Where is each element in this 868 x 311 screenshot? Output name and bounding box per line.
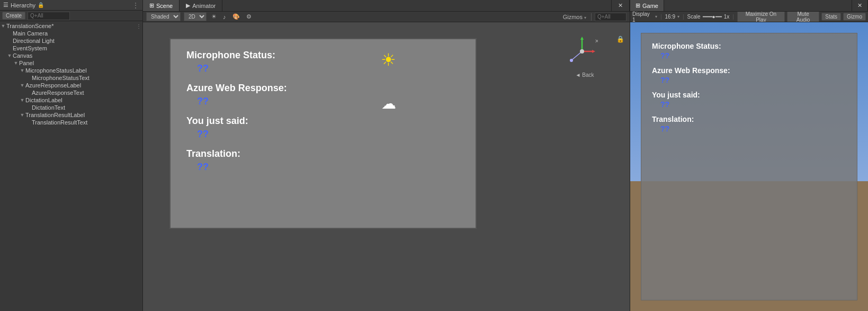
mute-audio-btn[interactable]: Mute Audio (787, 12, 819, 22)
aspect-label: 16:9 (665, 14, 675, 20)
gizmos-arrow-icon: ▾ (584, 15, 586, 20)
scene-area: ⊞ Scene ▶ Animator ✕ Shaded 2D ☀ ♪ 🎨 ⚙ (143, 0, 630, 311)
scene-viewport[interactable]: ☀ ☁ Microphone Status: ?? Azure Web Resp… (143, 22, 630, 311)
game-ui-overlay: Microphone Status: ?? Azure Web Response… (641, 33, 857, 300)
light-toggle-btn[interactable]: ☀ (210, 13, 218, 20)
scene-toolbar: Shaded 2D ☀ ♪ 🎨 ⚙ Gizmos ▾ (143, 12, 630, 22)
game-translation-label: Translation: (652, 115, 846, 123)
canvas-ui-panel: ☀ ☁ Microphone Status: ?? Azure Web Resp… (169, 38, 477, 229)
game-tab-label: Game (642, 3, 658, 9)
display-dropdown-arrow[interactable]: ▾ (655, 14, 657, 19)
tree-item-directional-light[interactable]: Directional Light (0, 37, 142, 45)
translation-label: Translation: (186, 148, 460, 159)
game-tab-icon: ⊞ (636, 2, 640, 9)
hierarchy-create-btn[interactable]: Create (2, 12, 25, 20)
tree-item-microphone-status-label[interactable]: ▼ MicrophoneStatusLabel (0, 67, 142, 74)
scale-label: Scale (687, 14, 701, 20)
tree-item-event-system[interactable]: EventSystem (0, 45, 142, 52)
hierarchy-icon: ☰ (3, 2, 8, 8)
game-translation-value: ?? (652, 125, 846, 133)
scene-settings-btn[interactable]: ⚙ (245, 13, 253, 20)
game-tabs-bar: ⊞ Game ✕ (630, 0, 868, 12)
audio-toggle-btn[interactable]: ♪ (221, 14, 228, 20)
gizmos-dropdown-btn[interactable]: Gizmos ▾ (561, 14, 588, 20)
hierarchy-lock-icon: 🔒 (38, 2, 44, 8)
tree-scene-root[interactable]: ▼ TranslationScene* ⋮ (0, 22, 142, 30)
game-microphone-status-label: Microphone Status: (652, 42, 846, 50)
gizmos-label: Gizmos (563, 14, 583, 20)
animator-tab-label: Animator (192, 3, 216, 9)
scene-close-btn[interactable]: ✕ (611, 0, 630, 11)
stats-btn[interactable]: Stats (821, 13, 841, 21)
shading-mode-dropdown[interactable]: Shaded (146, 12, 181, 21)
svg-marker-1 (580, 37, 584, 40)
microphone-status-label: Microphone Status: (186, 50, 460, 61)
game-you-just-said-value: ?? (652, 100, 846, 109)
azure-response-label: Azure Web Response: (186, 83, 460, 94)
tree-item-dictation-label[interactable]: ▼ DictationLabel (0, 96, 142, 104)
sun-icon: ☀ (381, 50, 396, 70)
tree-item-microphone-status-text[interactable]: MicrophoneStatusText (0, 74, 142, 82)
hierarchy-search-input[interactable] (28, 12, 70, 20)
svg-marker-3 (592, 50, 595, 53)
gizmo-svg: ✕ (566, 35, 598, 67)
scene-search-input[interactable] (595, 13, 627, 21)
tree-item-azure-response-label[interactable]: ▼ AzureResponseLabel (0, 82, 142, 89)
tab-scene[interactable]: ⊞ Scene (143, 0, 180, 11)
microphone-status-value: ?? (186, 63, 460, 74)
tree-item-azure-response-text[interactable]: AzureResponseText (0, 89, 142, 96)
game-gizmos-btn[interactable]: Gizmo (843, 13, 866, 21)
cloud-icon: ☁ (381, 95, 396, 112)
maximize-on-play-btn[interactable]: Maximize On Play (737, 12, 785, 22)
hierarchy-toolbar: Create (0, 11, 142, 21)
transform-gizmo[interactable]: ✕ ◄ Back (566, 35, 603, 78)
game-viewport[interactable]: Microphone Status: ?? Azure Web Response… (630, 22, 868, 311)
tree-item-translation-result-text[interactable]: TranslationResultText (0, 119, 142, 126)
svg-point-6 (580, 49, 584, 54)
scene-tab-icon: ⊞ (149, 2, 154, 9)
game-you-just-said-label: You just said: (652, 91, 846, 99)
game-toolbar: Display 1 ▾ | 16:9 ▾ | Scale ━━━●━━ 1x |… (630, 12, 868, 22)
scene-tabs-bar: ⊞ Scene ▶ Animator ✕ (143, 0, 630, 12)
hierarchy-title: Hierarchy (11, 2, 35, 8)
tree-item-main-camera[interactable]: Main Camera (0, 30, 142, 37)
tree-item-dictation-text[interactable]: DictationText (0, 104, 142, 111)
hierarchy-options-btn[interactable]: ⋮ (132, 2, 139, 9)
scale-slider[interactable]: ━━━●━━ (703, 14, 722, 20)
game-close-btn[interactable]: ✕ (852, 0, 868, 11)
you-just-said-value: ?? (186, 129, 460, 140)
you-just-said-label: You just said: (186, 115, 460, 127)
game-azure-response-value: ?? (652, 76, 846, 84)
game-azure-response-label: Azure Web Response: (652, 66, 846, 75)
display-label: Display 1 (632, 12, 653, 22)
tab-game[interactable]: ⊞ Game (630, 0, 664, 11)
animator-tab-icon: ▶ (186, 2, 190, 9)
hierarchy-panel: ☰ Hierarchy 🔒 ⋮ Create ▼ TranslationScen… (0, 0, 143, 311)
tree-item-translation-result-label[interactable]: ▼ TranslationResultLabel (0, 111, 142, 119)
viewport-lock-icon[interactable]: 🔒 (616, 35, 624, 43)
hierarchy-tree: ▼ TranslationScene* ⋮ Main Camera Direct… (0, 21, 142, 311)
scale-value: 1x (724, 14, 730, 20)
game-microphone-status-value: ?? (652, 51, 846, 60)
effects-toggle-btn[interactable]: 🎨 (231, 13, 241, 20)
azure-response-value: ?? (186, 96, 460, 107)
tree-item-canvas[interactable]: ▼ Canvas (0, 52, 142, 59)
dimension-dropdown[interactable]: 2D (184, 12, 207, 21)
tab-animator[interactable]: ▶ Animator (180, 0, 222, 11)
scene-tab-label: Scene (156, 3, 173, 9)
game-panel: ⊞ Game ✕ Display 1 ▾ | 16:9 ▾ | Scale ━━… (630, 0, 868, 311)
toolbar-sep-1 (591, 13, 592, 21)
back-label[interactable]: ◄ Back (576, 72, 594, 78)
svg-point-5 (570, 59, 573, 62)
tree-item-panel[interactable]: ▼ Panel (0, 59, 142, 67)
hierarchy-header: ☰ Hierarchy 🔒 ⋮ (0, 0, 142, 11)
canvas-ui-content: Microphone Status: ?? Azure Web Response… (171, 39, 476, 192)
scene-root-options[interactable]: ⋮ (135, 23, 142, 29)
aspect-dropdown-arrow[interactable]: ▾ (677, 14, 679, 19)
translation-value: ?? (186, 162, 460, 173)
svg-text:✕: ✕ (595, 38, 598, 44)
